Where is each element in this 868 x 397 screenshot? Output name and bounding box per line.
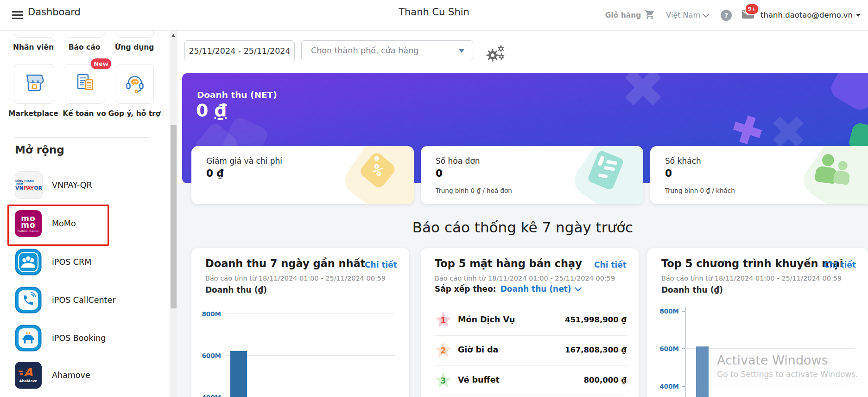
scrollbar-up-arrow-icon[interactable] <box>171 34 175 37</box>
activate-windows-watermark: Activate Windows <box>717 353 828 367</box>
sort-row: Sắp xếp theo: Doanh thu (net) <box>435 284 581 294</box>
top-item-row: 3 Vé buffet 800,000 ₫ <box>421 369 639 393</box>
sidebar-item-label: Ahamove <box>52 371 90 380</box>
sort-value[interactable]: Doanh thu (net) <box>501 284 571 294</box>
stat-subtext: Trung bình 0 ₫ / khách <box>665 187 735 194</box>
scrollbar-thumb[interactable] <box>171 125 177 308</box>
sidebar-scrollbar[interactable] <box>170 30 177 397</box>
cart-label[interactable]: Giỏ hàng <box>605 11 641 19</box>
sidebar-item-ipos-booking[interactable]: iPOS Booking <box>0 325 158 352</box>
sidebar-label-ung-dung: Ứng dụng <box>109 43 160 51</box>
mail-icon[interactable]: 9+ <box>741 9 754 21</box>
top-item-row: 1 Món Dịch Vụ 451,998,900 ₫ <box>421 308 639 333</box>
y-tick-label: 800M <box>657 307 679 315</box>
rank-star-badge: 3 <box>435 372 452 389</box>
y-axis-line <box>685 307 686 397</box>
sidebar-item-momo[interactable]: mo mo mobile money MoMo <box>0 210 158 237</box>
card-title: Doanh thu 7 ngày gần nhất <box>205 257 366 269</box>
sidebar-item-vnpay-qr[interactable]: CỔNG THANH TOÁN VNPAYQR VNPAY-QR <box>0 172 158 198</box>
item-value: 451,998,900 ₫ <box>565 315 627 324</box>
item-value: 167,808,300 ₫ <box>565 346 627 354</box>
sort-label: Sắp xếp theo: <box>435 284 496 294</box>
stat-card-invoices: Số hóa đơn 0 Trung bình 0 ₫ / hoá đơn <box>421 146 643 204</box>
stat-value: 0 <box>436 167 443 179</box>
y-tick-mark <box>682 311 685 312</box>
vnpay-icon-main-text: VNPAYQR <box>15 185 42 191</box>
caret-down-icon <box>856 14 861 17</box>
store-select[interactable]: Chọn thành phố, cửa hàng <box>301 40 473 60</box>
sidebar-item-ipos-callcenter[interactable]: iPOS CallCenter <box>0 287 158 314</box>
sidebar-label-ke-toan: Kế toán vo <box>57 109 112 118</box>
y-tick-label: 400M <box>657 383 679 390</box>
sidebar-item-label: iPOS Booking <box>52 333 106 343</box>
detail-link[interactable]: Chi tiết <box>594 260 627 269</box>
stat-label: Số hóa đơn <box>436 156 480 166</box>
customers-icon <box>816 152 856 189</box>
item-value: 800,000 ₫ <box>584 376 627 384</box>
date-range-input[interactable]: 25/11/2024 - 25/11/2024 <box>184 40 295 61</box>
top-header: Dashboard Thanh Cu Shin Giỏ hàng Việt Na… <box>0 0 868 31</box>
stat-value: 0 ₫ <box>206 167 223 179</box>
sidebar-tile-gop-y[interactable] <box>116 64 154 104</box>
activate-windows-watermark-sub: Go to Settings to activate Windows. <box>717 370 858 379</box>
chevron-down-icon[interactable] <box>574 284 582 292</box>
chevron-down-icon <box>703 11 709 17</box>
locale-label: Việt Nam <box>666 11 700 19</box>
ipos-crm-icon <box>15 249 42 275</box>
card-title: Top 5 mặt hàng bán chạy <box>435 257 582 269</box>
sidebar-item-label: iPOS CRM <box>52 257 91 267</box>
banner-decor-shape <box>615 73 671 115</box>
sidebar-tile-marketplace[interactable] <box>14 64 54 104</box>
chart-bar <box>230 351 247 397</box>
ipos-booking-icon <box>15 325 42 352</box>
chart-metric-label: Doanh thu (₫) <box>205 285 267 295</box>
help-icon[interactable]: ? <box>721 10 732 21</box>
detail-link[interactable]: Chi tiết <box>365 260 397 269</box>
y-tick-mark <box>682 386 685 387</box>
dropdown-caret-icon <box>459 49 464 53</box>
sidebar-divider <box>14 137 150 138</box>
sidebar-item-ipos-crm[interactable]: iPOS CRM <box>0 249 158 275</box>
sidebar-label-bao-cao: Báo cáo <box>59 43 110 51</box>
item-name: Giờ bi da <box>458 345 498 354</box>
momo-icon-text: mo <box>21 222 35 228</box>
y-tick-label: 600M <box>199 352 221 359</box>
stat-card-discount: % Giảm giá và chi phí 0 ₫ <box>191 146 414 204</box>
storefront-icon <box>23 72 45 96</box>
settings-gears-icon[interactable] <box>486 44 506 63</box>
momo-icon: mo mo mobile money <box>15 210 42 237</box>
user-email: thanh.daotao@demo.vn <box>760 11 853 19</box>
card-subtitle: Báo cáo tính từ 18/11/2024 01:00 - 25/11… <box>661 275 842 282</box>
item-name: Vé buffet <box>458 375 500 384</box>
section-title: Báo cáo thống kê 7 ngày trước <box>177 219 868 236</box>
sidebar-label-gop-y: Góp ý, hỗ trợ <box>107 109 162 118</box>
banner-value: 0 ₫ <box>196 100 227 121</box>
row-divider <box>435 396 627 396</box>
gridline <box>685 386 855 386</box>
vnpay-icon: CỔNG THANH TOÁN VNPAYQR <box>15 171 43 199</box>
top-items-card: Top 5 mặt hàng bán chạy Chi tiết Báo cáo… <box>421 248 639 397</box>
y-tick-label: 800M <box>199 310 221 318</box>
y-tick-label: 600M <box>657 345 679 352</box>
sidebar-item-ahamove[interactable]: A AhaMove Ahamove <box>0 362 158 389</box>
ipos-callcenter-icon <box>15 287 42 314</box>
sidebar-tile-ke-toan[interactable] <box>65 64 105 104</box>
ahamove-icon: A AhaMove <box>15 362 42 389</box>
store-select-placeholder: Chọn thành phố, cửa hàng <box>311 46 418 55</box>
y-tick-label: 400M <box>199 394 221 397</box>
rank-star-badge: 1 <box>435 312 452 329</box>
rank-star-badge: 2 <box>435 342 452 359</box>
banner-decor-shape <box>827 73 868 114</box>
y-tick-mark <box>682 348 685 349</box>
item-name: Món Dịch Vụ <box>458 315 515 324</box>
user-account-menu[interactable]: thanh.daotao@demo.vn <box>760 11 861 19</box>
sidebar-section-title: Mở rộng <box>15 144 64 156</box>
row-divider <box>435 335 627 336</box>
detail-link[interactable]: Chi tiết <box>824 260 856 269</box>
cart-icon[interactable] <box>644 9 655 22</box>
gridline <box>225 355 395 356</box>
card-subtitle: Báo cáo tính từ 18/11/2024 01:00 - 25/11… <box>435 275 615 282</box>
locale-selector[interactable]: Việt Nam <box>666 11 708 19</box>
sidebar-label-marketplace: Marketplace <box>6 109 61 118</box>
ahamove-icon-subtext: AhaMove <box>19 379 38 383</box>
